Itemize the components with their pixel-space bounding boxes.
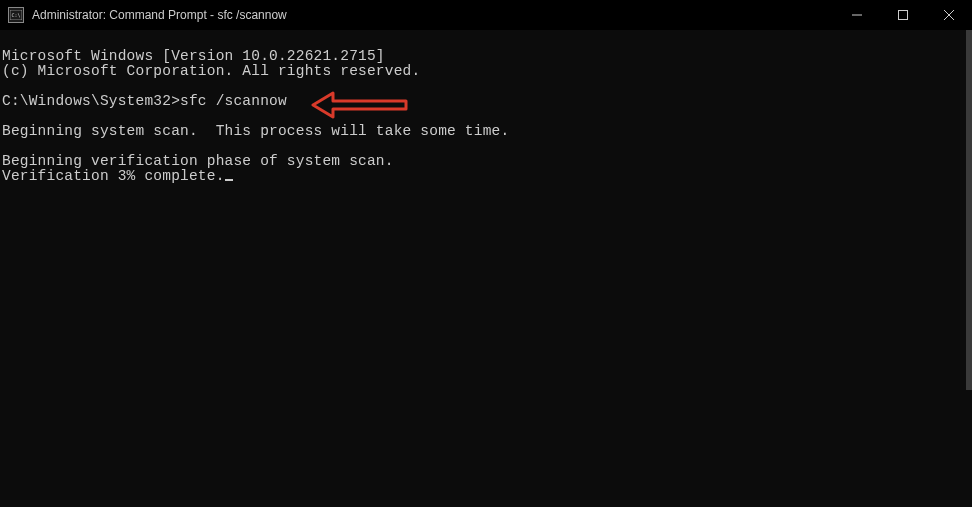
prompt-path: C:\Windows\System32> (2, 93, 180, 109)
titlebar: C:\ Administrator: Command Prompt - sfc … (0, 0, 972, 30)
minimize-icon (852, 10, 862, 20)
svg-rect-3 (899, 11, 908, 20)
prompt-line: C:\Windows\System32>sfc /scannow (2, 93, 287, 109)
close-button[interactable] (926, 0, 972, 30)
maximize-icon (898, 10, 908, 20)
maximize-button[interactable] (880, 0, 926, 30)
command-text: sfc /scannow (180, 93, 287, 109)
cursor (225, 179, 233, 181)
window-title: Administrator: Command Prompt - sfc /sca… (32, 8, 834, 22)
verify-begin-line: Beginning verification phase of system s… (2, 153, 394, 169)
svg-text:C:\: C:\ (12, 12, 21, 18)
scrollbar[interactable] (966, 30, 972, 390)
cmd-icon: C:\ (8, 7, 24, 23)
minimize-button[interactable] (834, 0, 880, 30)
close-icon (944, 10, 954, 20)
annotation-arrow (275, 76, 411, 146)
version-line: Microsoft Windows [Version 10.0.22621.27… (2, 48, 385, 64)
window-controls (834, 0, 972, 30)
terminal-output[interactable]: Microsoft Windows [Version 10.0.22621.27… (0, 30, 972, 507)
verify-progress-line: Verification 3% complete. (2, 168, 233, 184)
scan-begin-line: Beginning system scan. This process will… (2, 123, 509, 139)
